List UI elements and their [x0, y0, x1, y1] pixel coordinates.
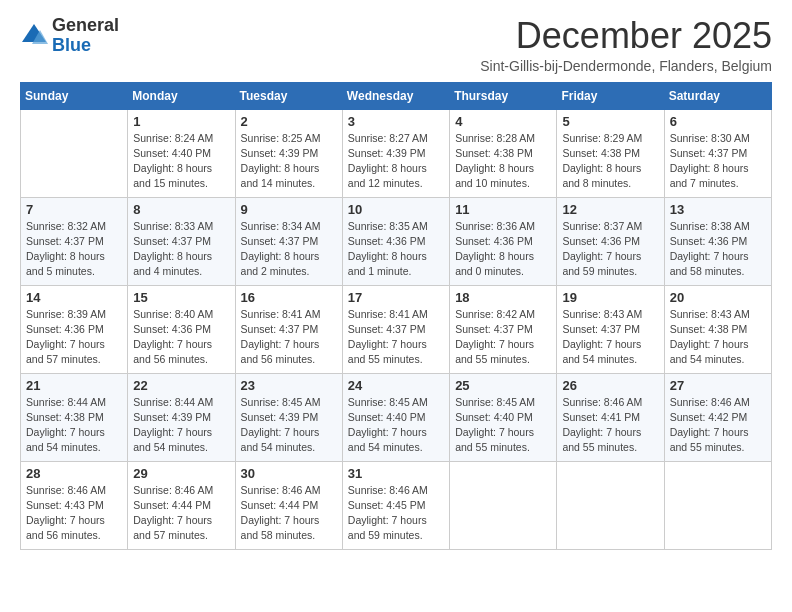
- day-header-monday: Monday: [128, 82, 235, 109]
- day-info: Sunrise: 8:46 AMSunset: 4:44 PMDaylight:…: [241, 483, 337, 544]
- logo-icon: [20, 22, 48, 50]
- calendar-cell: 8Sunrise: 8:33 AMSunset: 4:37 PMDaylight…: [128, 197, 235, 285]
- day-number: 29: [133, 466, 229, 481]
- calendar-cell: 9Sunrise: 8:34 AMSunset: 4:37 PMDaylight…: [235, 197, 342, 285]
- calendar-cell: 13Sunrise: 8:38 AMSunset: 4:36 PMDayligh…: [664, 197, 771, 285]
- day-number: 13: [670, 202, 766, 217]
- calendar-week-row: 21Sunrise: 8:44 AMSunset: 4:38 PMDayligh…: [21, 373, 772, 461]
- day-info: Sunrise: 8:45 AMSunset: 4:39 PMDaylight:…: [241, 395, 337, 456]
- day-header-saturday: Saturday: [664, 82, 771, 109]
- logo-general: General: [52, 15, 119, 35]
- page-header: General Blue December 2025 Sint-Gillis-b…: [20, 16, 772, 74]
- day-number: 12: [562, 202, 658, 217]
- day-header-wednesday: Wednesday: [342, 82, 449, 109]
- day-info: Sunrise: 8:36 AMSunset: 4:36 PMDaylight:…: [455, 219, 551, 280]
- day-info: Sunrise: 8:29 AMSunset: 4:38 PMDaylight:…: [562, 131, 658, 192]
- calendar-week-row: 7Sunrise: 8:32 AMSunset: 4:37 PMDaylight…: [21, 197, 772, 285]
- calendar-header-row: SundayMondayTuesdayWednesdayThursdayFrid…: [21, 82, 772, 109]
- title-block: December 2025 Sint-Gillis-bij-Dendermond…: [480, 16, 772, 74]
- calendar-cell: 16Sunrise: 8:41 AMSunset: 4:37 PMDayligh…: [235, 285, 342, 373]
- day-number: 9: [241, 202, 337, 217]
- calendar-cell: 20Sunrise: 8:43 AMSunset: 4:38 PMDayligh…: [664, 285, 771, 373]
- day-number: 15: [133, 290, 229, 305]
- calendar-cell: 3Sunrise: 8:27 AMSunset: 4:39 PMDaylight…: [342, 109, 449, 197]
- day-info: Sunrise: 8:32 AMSunset: 4:37 PMDaylight:…: [26, 219, 122, 280]
- day-info: Sunrise: 8:24 AMSunset: 4:40 PMDaylight:…: [133, 131, 229, 192]
- day-number: 14: [26, 290, 122, 305]
- day-info: Sunrise: 8:28 AMSunset: 4:38 PMDaylight:…: [455, 131, 551, 192]
- day-info: Sunrise: 8:38 AMSunset: 4:36 PMDaylight:…: [670, 219, 766, 280]
- calendar-cell: [557, 461, 664, 549]
- calendar-cell: 26Sunrise: 8:46 AMSunset: 4:41 PMDayligh…: [557, 373, 664, 461]
- day-number: 4: [455, 114, 551, 129]
- day-number: 27: [670, 378, 766, 393]
- calendar-cell: 1Sunrise: 8:24 AMSunset: 4:40 PMDaylight…: [128, 109, 235, 197]
- calendar-table: SundayMondayTuesdayWednesdayThursdayFrid…: [20, 82, 772, 550]
- calendar-cell: 17Sunrise: 8:41 AMSunset: 4:37 PMDayligh…: [342, 285, 449, 373]
- calendar-cell: 11Sunrise: 8:36 AMSunset: 4:36 PMDayligh…: [450, 197, 557, 285]
- day-number: 3: [348, 114, 444, 129]
- day-number: 17: [348, 290, 444, 305]
- day-info: Sunrise: 8:46 AMSunset: 4:41 PMDaylight:…: [562, 395, 658, 456]
- day-info: Sunrise: 8:37 AMSunset: 4:36 PMDaylight:…: [562, 219, 658, 280]
- calendar-week-row: 1Sunrise: 8:24 AMSunset: 4:40 PMDaylight…: [21, 109, 772, 197]
- calendar-cell: 22Sunrise: 8:44 AMSunset: 4:39 PMDayligh…: [128, 373, 235, 461]
- calendar-week-row: 14Sunrise: 8:39 AMSunset: 4:36 PMDayligh…: [21, 285, 772, 373]
- day-info: Sunrise: 8:43 AMSunset: 4:37 PMDaylight:…: [562, 307, 658, 368]
- calendar-cell: 15Sunrise: 8:40 AMSunset: 4:36 PMDayligh…: [128, 285, 235, 373]
- day-number: 8: [133, 202, 229, 217]
- calendar-cell: 18Sunrise: 8:42 AMSunset: 4:37 PMDayligh…: [450, 285, 557, 373]
- month-title: December 2025: [480, 16, 772, 56]
- day-info: Sunrise: 8:30 AMSunset: 4:37 PMDaylight:…: [670, 131, 766, 192]
- calendar-cell: 31Sunrise: 8:46 AMSunset: 4:45 PMDayligh…: [342, 461, 449, 549]
- logo-text: General Blue: [52, 16, 119, 56]
- day-info: Sunrise: 8:40 AMSunset: 4:36 PMDaylight:…: [133, 307, 229, 368]
- day-info: Sunrise: 8:45 AMSunset: 4:40 PMDaylight:…: [348, 395, 444, 456]
- calendar-cell: 19Sunrise: 8:43 AMSunset: 4:37 PMDayligh…: [557, 285, 664, 373]
- calendar-cell: 4Sunrise: 8:28 AMSunset: 4:38 PMDaylight…: [450, 109, 557, 197]
- day-number: 11: [455, 202, 551, 217]
- day-number: 6: [670, 114, 766, 129]
- day-info: Sunrise: 8:35 AMSunset: 4:36 PMDaylight:…: [348, 219, 444, 280]
- day-number: 19: [562, 290, 658, 305]
- calendar-cell: 24Sunrise: 8:45 AMSunset: 4:40 PMDayligh…: [342, 373, 449, 461]
- calendar-cell: 12Sunrise: 8:37 AMSunset: 4:36 PMDayligh…: [557, 197, 664, 285]
- day-number: 22: [133, 378, 229, 393]
- day-number: 23: [241, 378, 337, 393]
- day-info: Sunrise: 8:42 AMSunset: 4:37 PMDaylight:…: [455, 307, 551, 368]
- calendar-cell: 14Sunrise: 8:39 AMSunset: 4:36 PMDayligh…: [21, 285, 128, 373]
- day-number: 26: [562, 378, 658, 393]
- calendar-cell: 21Sunrise: 8:44 AMSunset: 4:38 PMDayligh…: [21, 373, 128, 461]
- day-info: Sunrise: 8:46 AMSunset: 4:43 PMDaylight:…: [26, 483, 122, 544]
- day-info: Sunrise: 8:44 AMSunset: 4:38 PMDaylight:…: [26, 395, 122, 456]
- day-info: Sunrise: 8:41 AMSunset: 4:37 PMDaylight:…: [348, 307, 444, 368]
- calendar-cell: 23Sunrise: 8:45 AMSunset: 4:39 PMDayligh…: [235, 373, 342, 461]
- day-info: Sunrise: 8:46 AMSunset: 4:42 PMDaylight:…: [670, 395, 766, 456]
- day-info: Sunrise: 8:34 AMSunset: 4:37 PMDaylight:…: [241, 219, 337, 280]
- day-number: 30: [241, 466, 337, 481]
- day-header-tuesday: Tuesday: [235, 82, 342, 109]
- calendar-cell: 30Sunrise: 8:46 AMSunset: 4:44 PMDayligh…: [235, 461, 342, 549]
- day-number: 24: [348, 378, 444, 393]
- calendar-week-row: 28Sunrise: 8:46 AMSunset: 4:43 PMDayligh…: [21, 461, 772, 549]
- day-info: Sunrise: 8:44 AMSunset: 4:39 PMDaylight:…: [133, 395, 229, 456]
- logo: General Blue: [20, 16, 119, 56]
- day-info: Sunrise: 8:45 AMSunset: 4:40 PMDaylight:…: [455, 395, 551, 456]
- day-number: 28: [26, 466, 122, 481]
- day-info: Sunrise: 8:27 AMSunset: 4:39 PMDaylight:…: [348, 131, 444, 192]
- calendar-cell: 29Sunrise: 8:46 AMSunset: 4:44 PMDayligh…: [128, 461, 235, 549]
- day-number: 10: [348, 202, 444, 217]
- calendar-cell: 10Sunrise: 8:35 AMSunset: 4:36 PMDayligh…: [342, 197, 449, 285]
- day-number: 21: [26, 378, 122, 393]
- calendar-cell: 7Sunrise: 8:32 AMSunset: 4:37 PMDaylight…: [21, 197, 128, 285]
- calendar-cell: 6Sunrise: 8:30 AMSunset: 4:37 PMDaylight…: [664, 109, 771, 197]
- calendar-cell: 28Sunrise: 8:46 AMSunset: 4:43 PMDayligh…: [21, 461, 128, 549]
- day-number: 25: [455, 378, 551, 393]
- day-number: 31: [348, 466, 444, 481]
- calendar-cell: 25Sunrise: 8:45 AMSunset: 4:40 PMDayligh…: [450, 373, 557, 461]
- day-number: 2: [241, 114, 337, 129]
- day-info: Sunrise: 8:39 AMSunset: 4:36 PMDaylight:…: [26, 307, 122, 368]
- day-info: Sunrise: 8:43 AMSunset: 4:38 PMDaylight:…: [670, 307, 766, 368]
- day-number: 18: [455, 290, 551, 305]
- day-info: Sunrise: 8:41 AMSunset: 4:37 PMDaylight:…: [241, 307, 337, 368]
